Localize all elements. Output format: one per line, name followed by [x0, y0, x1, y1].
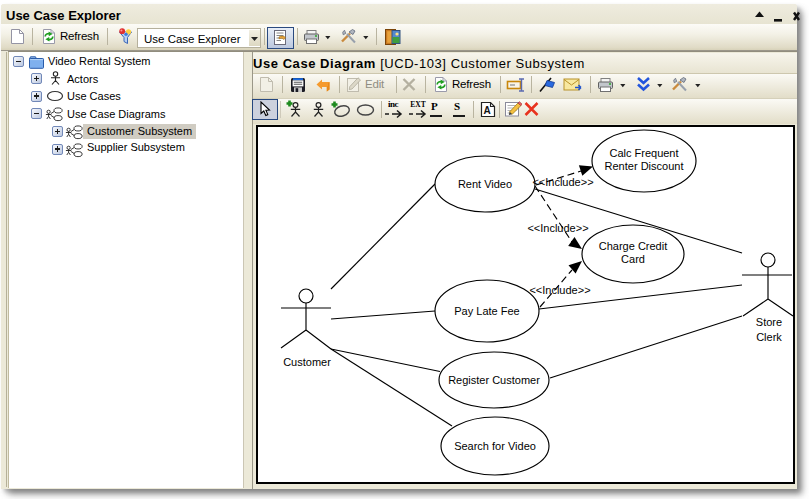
svg-text:Store: Store [756, 316, 782, 328]
svg-text:<<Include>>: <<Include>> [532, 176, 593, 188]
svg-text:A: A [483, 105, 490, 116]
svg-text:Renter Discount: Renter Discount [605, 160, 684, 172]
svg-text:Pay Late Fee: Pay Late Fee [454, 305, 519, 317]
svg-text:Card: Card [621, 253, 645, 265]
svg-text:Search for Video: Search for Video [454, 440, 536, 452]
svg-text:Rent Video: Rent Video [458, 178, 512, 190]
svg-text:<<Include>>: <<Include>> [529, 284, 590, 296]
svg-text:Clerk: Clerk [756, 331, 782, 343]
svg-text:Calc Frequent: Calc Frequent [609, 147, 678, 159]
svg-text:Charge Credit: Charge Credit [599, 240, 667, 252]
svg-text:<<Include>>: <<Include>> [527, 222, 588, 234]
svg-text:Customer: Customer [283, 356, 331, 368]
svg-text:Register Customer: Register Customer [448, 374, 540, 386]
